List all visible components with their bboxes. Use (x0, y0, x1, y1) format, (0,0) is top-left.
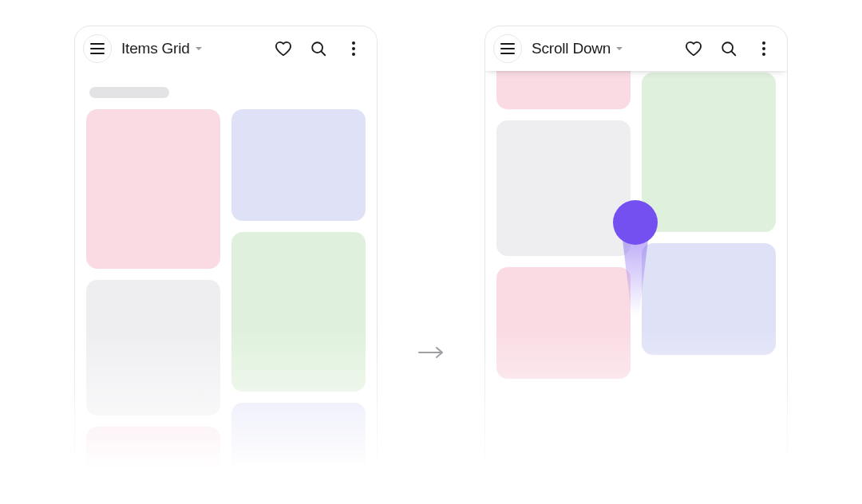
search-button[interactable] (303, 33, 334, 64)
grid-card[interactable] (496, 120, 631, 256)
menu-icon (500, 43, 515, 54)
items-grid (86, 109, 366, 471)
grid-card[interactable] (231, 232, 366, 392)
svg-point-15 (762, 47, 765, 50)
appbar: Scroll Down (485, 26, 787, 71)
phone-after: Scroll Down (484, 26, 788, 472)
search-icon (310, 40, 327, 57)
grid-card[interactable] (496, 71, 631, 109)
content-area[interactable] (75, 71, 377, 471)
phone-before: Items Grid (74, 26, 378, 472)
page-title: Items Grid (121, 40, 190, 57)
svg-point-6 (352, 47, 355, 50)
appbar: Items Grid (75, 26, 377, 71)
overflow-button[interactable] (749, 33, 779, 64)
grid-card[interactable] (86, 109, 220, 269)
svg-line-4 (322, 52, 326, 56)
menu-icon (90, 43, 105, 54)
arrow-between-icon (417, 345, 445, 360)
favorite-button[interactable] (678, 33, 709, 64)
caret-down-icon (615, 46, 623, 51)
search-icon (720, 40, 737, 57)
more-vert-icon (351, 41, 356, 57)
grid-card[interactable] (231, 403, 366, 471)
overflow-button[interactable] (338, 33, 369, 64)
page-title: Scroll Down (532, 40, 611, 57)
favorite-button[interactable] (268, 33, 299, 64)
section-header-placeholder (89, 87, 169, 98)
grid-card[interactable] (86, 427, 220, 471)
grid-card[interactable] (642, 243, 776, 355)
menu-button[interactable] (493, 34, 522, 63)
content-area[interactable] (485, 71, 787, 471)
title-dropdown[interactable]: Scroll Down (532, 40, 623, 57)
menu-button[interactable] (83, 34, 112, 63)
title-dropdown[interactable]: Items Grid (121, 40, 203, 57)
svg-line-13 (732, 52, 736, 56)
svg-point-14 (762, 41, 765, 45)
svg-point-16 (762, 53, 765, 56)
items-grid (496, 71, 776, 379)
more-vert-icon (761, 41, 766, 57)
caret-down-icon (195, 46, 203, 51)
heart-icon (275, 41, 292, 57)
grid-card[interactable] (86, 280, 220, 415)
grid-card[interactable] (231, 109, 366, 221)
search-button[interactable] (714, 33, 744, 64)
svg-point-5 (352, 41, 355, 45)
svg-point-7 (352, 53, 355, 56)
heart-icon (685, 41, 702, 57)
grid-card[interactable] (642, 73, 776, 232)
grid-card[interactable] (496, 267, 631, 379)
